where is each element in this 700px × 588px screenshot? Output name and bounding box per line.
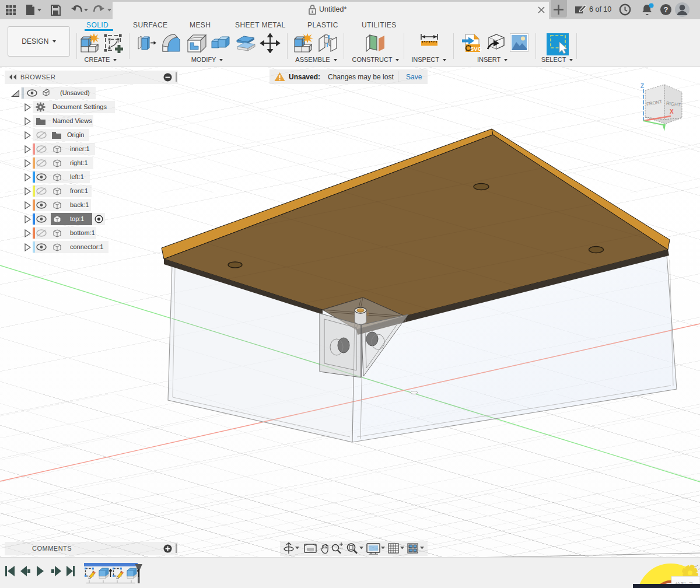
svg-text:?: ? — [664, 5, 668, 14]
svg-text:X: X — [670, 108, 674, 115]
svg-text:SVG: SVG — [470, 46, 482, 52]
svg-text:Z: Z — [640, 83, 644, 89]
